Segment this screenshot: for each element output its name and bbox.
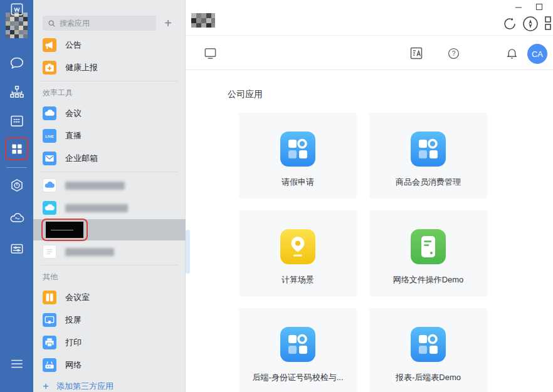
app-card-label: 后端-身份证号码校检与...: [239, 372, 357, 383]
refresh-icon[interactable]: [501, 15, 519, 33]
sidebar-item-1[interactable]: 健康上报: [33, 56, 186, 79]
window-top-strip: [186, 0, 553, 36]
search-icon: [48, 19, 56, 28]
sidebar-divider: [41, 265, 178, 266]
left-rail: [0, 0, 33, 392]
search-input[interactable]: 搜索应用: [43, 16, 156, 31]
sidebar-item-3[interactable]: 网络: [33, 354, 186, 376]
sidebar-divider: [41, 81, 178, 81]
svg-text:?: ?: [452, 50, 456, 57]
sidebar-item-2[interactable]: 企业邮箱: [33, 147, 186, 170]
sidebar-item-label: 会议: [65, 108, 82, 119]
hexagon-box-icon[interactable]: [0, 176, 33, 195]
w-doc-icon[interactable]: [0, 0, 33, 19]
rail-divider: [6, 167, 27, 168]
search-placeholder: 搜索应用: [60, 18, 90, 29]
panel-sliders-icon[interactable]: [0, 239, 33, 258]
hamburger-icon[interactable]: [0, 354, 33, 373]
multi-window-icon[interactable]: [544, 15, 553, 33]
sidebar-item-1[interactable]: 投屏: [33, 309, 186, 331]
app-sidebar: 搜索应用 + 公告健康上报效率工具会议LIVE直播企业邮箱其他会议室投屏打印网络…: [33, 0, 186, 392]
sidebar-item-blurred[interactable]: [33, 174, 186, 197]
app-card[interactable]: 报表-后端表Demo: [369, 308, 487, 392]
sidebar-item-label: 网络: [65, 359, 82, 371]
chat-bubble-icon[interactable]: [0, 54, 33, 73]
printer-icon: [43, 336, 56, 349]
add-third-party-app-link[interactable]: + 添加第三方应用: [43, 380, 113, 392]
megaphone-icon: [43, 38, 56, 52]
sidebar-item-label: 企业邮箱: [65, 153, 98, 164]
live-icon: LIVE: [43, 129, 56, 143]
door-icon: [43, 291, 56, 304]
healthkit-icon: [43, 61, 56, 75]
sidebar-item-label: 直播: [65, 130, 82, 142]
translate-icon[interactable]: [409, 46, 426, 63]
blurred-item-label: [65, 204, 128, 212]
sidebar-section-header: 效率工具: [33, 83, 186, 102]
app-card[interactable]: 网络文件操作Demo: [369, 210, 487, 296]
add-app-button[interactable]: +: [161, 15, 176, 31]
notification-bell-icon[interactable]: [505, 46, 523, 64]
cloud-blue-icon: [43, 178, 56, 192]
account-avatar[interactable]: CA: [527, 44, 547, 64]
app-grid-app-icon: [280, 132, 315, 167]
sidebar-section-header: 其他: [33, 267, 186, 286]
sidebar-item-label: 打印: [65, 337, 82, 348]
section-title: 公司应用: [228, 89, 263, 100]
app-card-label: 报表-后端表Demo: [369, 372, 487, 383]
company-apps-panel: 公司应用 请假申请商品会员消费管理计算场景网络文件操作Demo后端-身份证号码校…: [186, 70, 553, 392]
app-card[interactable]: 后端-身份证号码校检与...: [239, 308, 357, 392]
calendar-icon[interactable]: [0, 111, 33, 130]
cloud-phone-icon[interactable]: [0, 209, 33, 227]
sidebar-item-0[interactable]: 会议: [33, 102, 186, 125]
sidebar-item-label: 投屏: [65, 314, 82, 326]
doc-faint-icon: [43, 245, 56, 259]
app-grid-app-icon: [280, 327, 315, 362]
minimize-button[interactable]: [512, 1, 525, 13]
sidebar-item-blurred[interactable]: [33, 197, 186, 219]
sidebar-item-0[interactable]: 公告: [33, 34, 186, 56]
section-header-label: 效率工具: [43, 88, 73, 98]
scrollbar-thumb[interactable]: [186, 230, 190, 274]
app-card[interactable]: 请假申请: [239, 113, 357, 199]
workbench-header: 当前团队： 工作台 ? 帮助 CA: [186, 36, 553, 70]
sidebar-item-1[interactable]: LIVE直播: [33, 125, 186, 147]
org-chart-icon[interactable]: [0, 83, 33, 101]
add-link-label: 添加第三方应用: [56, 381, 113, 392]
app-card-label: 商品会员消费管理: [369, 177, 487, 188]
app-grid-app-icon: [411, 132, 446, 167]
app-card[interactable]: 计算场景: [239, 210, 357, 296]
pin-app-icon: [280, 229, 315, 264]
cloud-video-icon: [43, 106, 56, 120]
sidebar-item-label: 健康上报: [65, 62, 98, 73]
sidebar-item-2[interactable]: 打印: [33, 331, 186, 354]
doc-app-icon: [411, 229, 446, 264]
help-icon[interactable]: ?: [448, 48, 465, 65]
sidebar-item-label: 公告: [65, 39, 82, 51]
sidebar-item-blurred[interactable]: [33, 240, 186, 263]
cast-icon: [43, 313, 56, 327]
monitor-icon[interactable]: [203, 46, 221, 64]
sidebar-divider: [41, 172, 178, 172]
sidebar-item-label: 会议室: [65, 292, 90, 303]
section-header-label: 其他: [43, 272, 58, 282]
app-grid-icon[interactable]: [0, 140, 33, 158]
app-window: 搜索应用 + 公告健康上报效率工具会议LIVE直播企业邮箱其他会议室投屏打印网络…: [0, 0, 553, 392]
main-area: 当前团队： 工作台 ? 帮助 CA 公司应用 请假申请商品会员消费管理计算场景网…: [186, 0, 553, 392]
plus-icon: +: [43, 380, 49, 392]
blurred-item-label: [65, 182, 125, 190]
svg-text:LIVE: LIVE: [45, 135, 53, 138]
annotation-red-outline: [41, 219, 88, 241]
mail-icon: [43, 152, 56, 165]
app-card-label: 计算场景: [239, 274, 357, 286]
sidebar-item-redacted[interactable]: [33, 219, 186, 240]
app-card-label: 请假申请: [239, 177, 357, 188]
blurred-item-label: [65, 248, 114, 256]
redacted-label-box: [46, 222, 83, 238]
sidebar-item-0[interactable]: 会议室: [33, 286, 186, 309]
app-grid-app-icon: [411, 327, 446, 362]
app-card[interactable]: 商品会员消费管理: [369, 113, 487, 199]
maximize-button[interactable]: [532, 1, 546, 13]
app-card-label: 网络文件操作Demo: [369, 274, 487, 286]
compass-icon[interactable]: [522, 15, 539, 33]
